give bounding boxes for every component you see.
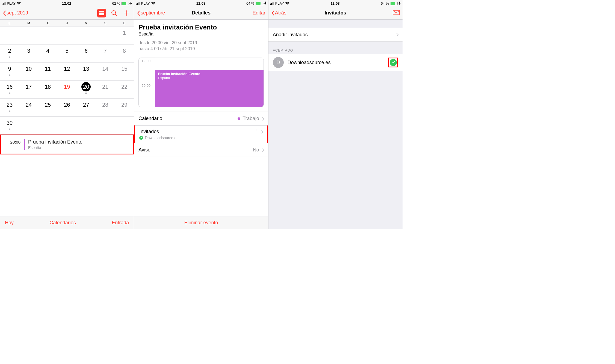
back-button[interactable]: sept 2019 [3, 10, 28, 16]
day-cell[interactable]: 30 [0, 117, 19, 135]
status-bar: PLAY 12:08 64 % [268, 0, 403, 7]
day-cell [19, 117, 38, 135]
day-cell [96, 117, 115, 135]
accepted-check-icon [390, 59, 397, 66]
delete-event-button[interactable]: Eliminar evento [184, 220, 218, 226]
chevron-right-icon [395, 33, 399, 37]
day-cell[interactable]: 14 [96, 62, 115, 80]
today-button[interactable]: Hoy [5, 220, 14, 226]
invitee-row[interactable]: D Downloadsource.es [268, 54, 403, 71]
day-cell[interactable]: 28 [96, 99, 115, 117]
day-cell[interactable]: 2 [0, 44, 19, 62]
inbox-button[interactable]: Entrada [112, 220, 129, 226]
day-cell[interactable]: 5 [57, 44, 76, 62]
day-number: 17 [24, 82, 33, 91]
day-cell [115, 117, 134, 135]
day-number: 5 [62, 46, 72, 55]
day-cell[interactable]: 7 [96, 44, 115, 62]
day-number [43, 118, 52, 127]
calendar-color-dot [238, 117, 240, 120]
day-number: 10 [24, 64, 33, 73]
day-cell[interactable]: 11 [38, 62, 57, 80]
timeline-event-block[interactable]: Prueba invitación Evento España [155, 70, 263, 107]
day-cell[interactable]: 15 [115, 62, 134, 80]
day-cell[interactable]: 9 [0, 62, 19, 80]
day-cell[interactable]: 10 [19, 62, 38, 80]
envelope-icon [393, 10, 400, 15]
battery-icon [256, 2, 263, 5]
accepted-status-icon [139, 136, 143, 140]
event-end: hasta 4:00 sáb, 21 sept 2019 [138, 46, 264, 52]
day-number: 12 [62, 64, 72, 73]
search-button[interactable] [110, 9, 119, 17]
day-cell[interactable]: 26 [57, 99, 76, 117]
charging-icon [264, 1, 267, 5]
day-cell[interactable]: 22 [115, 80, 134, 99]
calendar-row[interactable]: Calendario Trabajo [134, 112, 268, 125]
calendars-button[interactable]: Calendarios [50, 220, 76, 226]
day-cell[interactable]: 25 [38, 99, 57, 117]
day-cell[interactable]: 27 [76, 99, 96, 117]
alert-row[interactable]: Aviso No [134, 143, 268, 157]
day-cell[interactable]: 3 [19, 44, 38, 62]
event-dot [9, 56, 10, 58]
status-time: 12:08 [331, 1, 340, 5]
avatar: D [273, 57, 284, 68]
day-cell[interactable]: 19 [57, 80, 76, 99]
nav-bar: sept 2019 [0, 7, 134, 20]
day-cell[interactable]: 17 [19, 80, 38, 99]
day-cell[interactable]: 21 [96, 80, 115, 99]
day-cell[interactable]: 13 [76, 62, 96, 80]
signal-icon [270, 2, 274, 5]
day-cell [19, 26, 38, 44]
event-row[interactable]: 20:00 Prueba invitación Evento España [0, 135, 134, 154]
day-cell[interactable]: 16 [0, 80, 19, 99]
day-number: 24 [24, 100, 33, 109]
day-number [62, 28, 72, 37]
mail-button[interactable] [393, 10, 400, 16]
day-number: 7 [100, 46, 110, 55]
status-time: 12:08 [196, 1, 205, 5]
battery-icon [121, 2, 129, 5]
invitees-row[interactable]: Invitados 1 Downloadsource.es [134, 125, 268, 143]
day-cell[interactable]: 1 [115, 26, 134, 44]
day-cell[interactable]: 18 [38, 80, 57, 99]
add-event-button[interactable] [122, 9, 131, 17]
svg-rect-1 [99, 13, 104, 14]
day-cell[interactable]: 29 [115, 99, 134, 117]
day-cell[interactable]: 24 [19, 99, 38, 117]
day-cell[interactable]: 23 [0, 99, 19, 117]
back-button[interactable]: septiembre [137, 10, 165, 16]
day-number: 8 [120, 46, 129, 55]
nav-bar: septiembre Detalles Editar [134, 7, 268, 20]
svg-rect-2 [99, 14, 104, 15]
back-button[interactable]: Atrás [271, 10, 286, 16]
event-title: Prueba invitación Evento [28, 139, 82, 145]
list-view-toggle[interactable] [97, 9, 106, 17]
day-cell[interactable]: 12 [57, 62, 76, 80]
screen-calendar-month: PLAY 12:02 62 % sept 2019 [0, 0, 134, 229]
day-number: 13 [81, 64, 91, 73]
signal-icon [2, 2, 6, 5]
add-invitees-row[interactable]: Añadir invitados [268, 28, 403, 42]
day-number [100, 118, 110, 127]
day-cell[interactable]: 4 [38, 44, 57, 62]
day-cell [57, 117, 76, 135]
screen-invitees: PLAY 12:08 64 % Atrás Invitados Añadir i… [268, 0, 403, 229]
edit-button[interactable]: Editar [253, 10, 265, 16]
day-cell[interactable]: 20 [76, 80, 96, 99]
carrier-label: PLAY [7, 1, 16, 5]
day-number: 30 [5, 118, 14, 127]
day-cell[interactable]: 8 [115, 44, 134, 62]
signal-icon [136, 2, 140, 5]
svg-rect-4 [393, 10, 400, 15]
invitee-name: Downloadsource.es [145, 136, 178, 140]
day-number: 21 [100, 82, 110, 91]
day-cell[interactable]: 6 [76, 44, 96, 62]
day-cell [96, 26, 115, 44]
nav-title: Detalles [170, 10, 232, 16]
day-number: 29 [120, 100, 129, 109]
day-number [24, 28, 33, 37]
bottom-toolbar: Eliminar evento [134, 216, 268, 229]
day-number: 26 [62, 100, 72, 109]
